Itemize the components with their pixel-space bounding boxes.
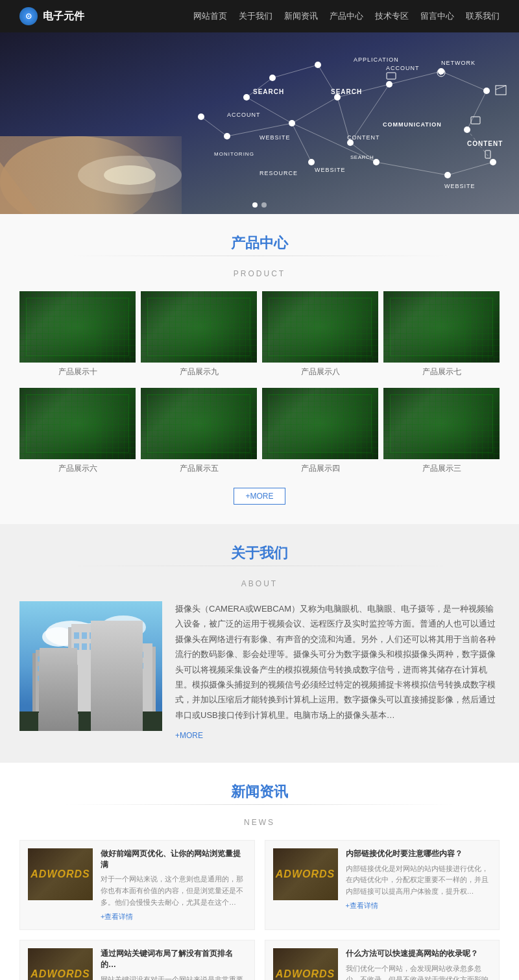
indicator-1[interactable] <box>252 202 258 208</box>
product-item-10[interactable]: 产品展示十 <box>19 291 136 381</box>
svg-rect-87 <box>90 643 95 650</box>
news-content-2: 通过网站关键词布局了解没有首页排名的… 网站关键词没有对于一个网站来说是非常重要… <box>101 948 247 980</box>
logo-text: 电子元件 <box>43 10 84 23</box>
svg-text:CONTENT: CONTENT <box>347 134 380 141</box>
news-title-1: 内部链接优化时要注意哪些内容？ <box>346 848 492 859</box>
svg-rect-63 <box>19 601 162 731</box>
svg-rect-93 <box>139 652 143 658</box>
news-image-0: ADWORDS <box>28 848 93 900</box>
product-label-5: 产品展示五 <box>141 459 257 478</box>
news-img-text-0: ADWORDS <box>30 868 90 880</box>
news-content-3: 什么方法可以快速提高网站的收录呢？ 我们优化一个网站，会发现网站收录忽多忽少，不… <box>346 948 492 980</box>
about-description: 摄像头（CAMERA或WEBCAM）又称为电脑眼机、电脑眼、电子摄等，是一种视频… <box>175 601 500 723</box>
svg-text:WEBSITE: WEBSITE <box>444 183 476 189</box>
header: ⊙ 电子元件 网站首页 关于我们 新闻资讯 产品中心 技术专区 留言中心 联系我… <box>0 0 519 32</box>
svg-rect-71 <box>43 656 47 662</box>
svg-rect-70 <box>38 656 42 662</box>
nav-tech[interactable]: 技术专区 <box>375 10 409 22</box>
product-divider <box>65 256 454 256</box>
svg-text:SEARCH: SEARCH <box>350 154 374 160</box>
svg-rect-77 <box>43 676 47 681</box>
logo-icon: ⊙ <box>19 7 38 25</box>
product-item-9[interactable]: 产品展示九 <box>141 291 257 381</box>
product-more-button[interactable]: +MORE <box>234 488 285 505</box>
news-grid: ADWORDS 做好前端网页优化、让你的网站浏览量提满 对于一个网站来说，这个意… <box>0 840 519 980</box>
nav-home[interactable]: 网站首页 <box>193 10 227 22</box>
nav-about[interactable]: 关于我们 <box>239 10 272 22</box>
hero-banner: SEARCH ACCOUNT WEBSITE MONITORING RESOUR… <box>0 32 519 214</box>
news-more-0[interactable]: +查看详情 <box>101 912 247 922</box>
svg-rect-74 <box>43 666 47 671</box>
news-image-1: ADWORDS <box>273 848 338 900</box>
svg-text:ACCOUNT: ACCOUNT <box>227 112 261 118</box>
news-content-1: 内部链接优化时要注意哪些内容？ 内部链接优化是对网站的站内链接进行优化，在内链优… <box>346 848 492 922</box>
product-label-3: 产品展示三 <box>383 459 500 478</box>
product-label-6: 产品展示六 <box>19 459 136 478</box>
svg-rect-97 <box>19 711 162 731</box>
svg-rect-72 <box>48 656 52 662</box>
product-label-4: 产品展示四 <box>262 459 378 478</box>
svg-rect-96 <box>139 663 143 669</box>
product-item-8[interactable]: 产品展示八 <box>262 291 378 381</box>
hero-indicators <box>252 202 267 208</box>
news-section-title: 新闻资讯 NEWS <box>0 763 519 840</box>
svg-rect-95 <box>132 663 137 669</box>
product-img-4 <box>262 388 378 459</box>
about-divider <box>65 566 454 566</box>
news-img-text-1: ADWORDS <box>276 868 335 880</box>
product-item-3[interactable]: 产品展示三 <box>383 388 500 478</box>
indicator-2[interactable] <box>261 202 267 208</box>
product-img-5 <box>141 388 257 459</box>
nav-contact[interactable]: 联系我们 <box>466 10 500 22</box>
news-excerpt-2: 网站关键词没有对于一个网站来说是非常重要的，一好的布局等于一个好的建筑，只要内容… <box>101 974 247 980</box>
main-nav: 网站首页 关于我们 新闻资讯 产品中心 技术专区 留言中心 联系我们 <box>193 10 500 22</box>
product-title: 产品中心 <box>0 233 519 253</box>
news-image-3: ADWORDS <box>273 948 338 980</box>
logo[interactable]: ⊙ 电子元件 <box>19 7 84 25</box>
product-img-8 <box>262 291 378 363</box>
product-section: 产品中心 PRODUCT 产品展示十 产品展示九 产品展示八 产品展示七 产品展… <box>0 214 519 524</box>
product-img-9 <box>141 291 257 363</box>
nav-product[interactable]: 产品中心 <box>330 10 363 22</box>
news-item-3[interactable]: ADWORDS 什么方法可以快速提高网站的收录呢？ 我们优化一个网站，会发现网站… <box>265 940 500 980</box>
about-section: 关于我们 ABOUT <box>0 524 519 763</box>
news-title-3: 什么方法可以快速提高网站的收录呢？ <box>346 948 492 959</box>
svg-text:NETWORK: NETWORK <box>441 60 476 66</box>
nav-message[interactable]: 留言中心 <box>420 10 454 22</box>
svg-text:WEBSITE: WEBSITE <box>260 134 291 141</box>
news-item-2[interactable]: ADWORDS 通过网站关键词布局了解没有首页排名的… 网站关键词没有对于一个网… <box>19 940 255 980</box>
about-subtitle: ABOUT <box>0 579 519 588</box>
nav-news[interactable]: 新闻资讯 <box>284 10 318 22</box>
product-item-6[interactable]: 产品展示六 <box>19 388 136 478</box>
svg-rect-91 <box>126 652 130 658</box>
svg-rect-81 <box>74 632 79 639</box>
news-image-2: ADWORDS <box>28 948 93 980</box>
svg-rect-84 <box>97 632 103 639</box>
news-item-1[interactable]: ADWORDS 内部链接优化时要注意哪些内容？ 内部链接优化是对网站的站内链接进… <box>265 840 500 930</box>
product-img-6 <box>19 388 136 459</box>
svg-text:MONITORING: MONITORING <box>214 151 254 157</box>
svg-rect-94 <box>126 663 130 669</box>
about-content: 摄像头（CAMERA或WEBCAM）又称为电脑眼机、电脑眼、电子摄等，是一种视频… <box>0 601 519 743</box>
product-label-8: 产品展示八 <box>262 363 378 381</box>
news-more-1[interactable]: +查看详情 <box>346 901 492 911</box>
svg-text:RESOURCE: RESOURCE <box>260 170 298 176</box>
svg-rect-82 <box>82 632 87 639</box>
news-divider <box>65 804 454 805</box>
product-item-7[interactable]: 产品展示七 <box>383 291 500 381</box>
product-label-9: 产品展示九 <box>141 363 257 381</box>
product-subtitle: PRODUCT <box>0 269 519 278</box>
product-img-3 <box>383 388 500 459</box>
svg-rect-76 <box>38 676 42 681</box>
product-item-4[interactable]: 产品展示四 <box>262 388 378 478</box>
svg-rect-83 <box>90 632 95 639</box>
news-excerpt-1: 内部链接优化是对网站的站内链接进行优化，在内链优化中，分配权定重要不一样的，并且… <box>346 863 492 898</box>
about-more-link[interactable]: +MORE <box>175 729 500 743</box>
news-img-text-3: ADWORDS <box>276 968 335 980</box>
news-content-0: 做好前端网页优化、让你的网站浏览量提满 对于一个网站来说，这个意则也是通用的，那… <box>101 848 247 922</box>
about-text-block: 摄像头（CAMERA或WEBCAM）又称为电脑眼机、电脑眼、电子摄等，是一种视频… <box>175 601 500 743</box>
svg-rect-88 <box>97 643 103 650</box>
product-img-10 <box>19 291 136 363</box>
news-item-0[interactable]: ADWORDS 做好前端网页优化、让你的网站浏览量提满 对于一个网站来说，这个意… <box>19 840 255 930</box>
product-item-5[interactable]: 产品展示五 <box>141 388 257 478</box>
